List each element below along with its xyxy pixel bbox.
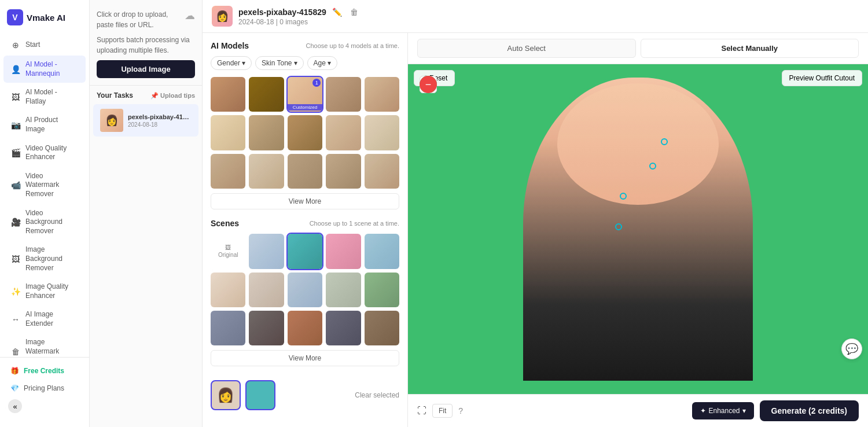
help-button[interactable]: ? xyxy=(458,406,463,415)
dot-marker-1[interactable] xyxy=(649,163,656,170)
upload-tips-button[interactable]: 📌 Upload tips xyxy=(150,92,195,100)
image-extender-icon: ↔ xyxy=(10,314,21,325)
dot-marker-2[interactable] xyxy=(620,193,627,200)
scene-cell-7[interactable] xyxy=(249,273,284,307)
model-cell-15[interactable] xyxy=(365,154,399,189)
delete-file-button[interactable]: 🗑 xyxy=(348,6,361,18)
sidebar-item-video-background-remover[interactable]: 🎥 Video Background Remover xyxy=(3,204,86,241)
sidebar-item-mannequin-label: AI Model - Mannequin xyxy=(25,60,79,78)
sidebar-item-image-watermark-remover[interactable]: 🗑 Image Watermark Remover xyxy=(3,333,86,357)
scene-cell-original[interactable]: 🖼 Original xyxy=(211,234,245,268)
remove-point-button[interactable]: − xyxy=(420,76,437,93)
select-manually-button[interactable]: Select Manually xyxy=(641,39,859,58)
skin-tone-filter-label: Skin Tone xyxy=(262,59,292,67)
your-tasks-label: Your Tasks xyxy=(97,91,133,100)
sidebar-collapse-button[interactable]: « xyxy=(8,399,22,413)
fullscreen-button[interactable]: ⛶ xyxy=(417,406,426,416)
gender-filter-button[interactable]: Gender ▾ xyxy=(211,56,252,70)
free-credits-label: Free Credits xyxy=(24,367,64,375)
model-cell-4[interactable] xyxy=(326,77,361,112)
sidebar-item-ai-image-extender[interactable]: ↔ AI Image Extender xyxy=(3,305,86,333)
generate-button[interactable]: Generate (2 credits) xyxy=(760,400,859,421)
selected-model-thumb[interactable]: 👩 xyxy=(211,380,241,410)
sidebar-item-aie-label: AI Image Extender xyxy=(25,310,79,328)
enhanced-label: Enhanced xyxy=(708,407,740,415)
scene-cell-13[interactable] xyxy=(288,311,322,345)
customized-badge: Customized xyxy=(288,104,322,111)
sidebar-item-ai-product-image[interactable]: 📷 AI Product Image xyxy=(3,111,86,138)
model-cell-13[interactable] xyxy=(288,154,322,189)
edit-filename-button[interactable]: ✏️ xyxy=(330,6,344,18)
sidebar-item-video-quality-enhancer[interactable]: 🎬 Video Quality Enhancer xyxy=(3,139,86,167)
model-cell-11[interactable] xyxy=(211,154,245,189)
fit-button[interactable]: Fit xyxy=(432,404,453,418)
upload-drop-zone[interactable]: Click or drop to upload, paste files or … xyxy=(90,0,202,86)
skin-tone-chevron-icon: ▾ xyxy=(294,59,297,67)
model-cell-5[interactable] xyxy=(365,77,399,112)
flatlay-icon: 🖼 xyxy=(10,92,21,102)
scenes-title: Scenes xyxy=(211,219,239,228)
outfit-cutout-container: Preview Outfit Cutout xyxy=(782,70,862,86)
scene-cell-9[interactable] xyxy=(326,273,361,307)
logo: V Vmake AI xyxy=(0,7,89,35)
sidebar: V Vmake AI ⊕ Start 👤 AI Model - Mannequi… xyxy=(0,0,90,427)
model-cell-10[interactable] xyxy=(365,115,399,150)
scene-cell-12[interactable] xyxy=(249,311,284,345)
model-cell-14[interactable] xyxy=(326,154,361,189)
upload-drop-text: Click or drop to upload, paste files or … xyxy=(97,9,182,30)
file-images-count: 0 images xyxy=(279,18,308,26)
sidebar-item-image-quality-enhancer[interactable]: ✨ Image Quality Enhancer xyxy=(3,278,86,305)
model-cell-7[interactable] xyxy=(249,115,284,150)
model-cell-3[interactable]: 1 Customized xyxy=(288,77,322,112)
age-chevron-icon: ▾ xyxy=(328,59,331,67)
content-area: AI Models Choose up to 4 models at a tim… xyxy=(203,33,868,427)
model-grid: 1 Customized xyxy=(211,77,399,189)
scene-cell-6[interactable] xyxy=(211,273,245,307)
gender-chevron-icon: ▾ xyxy=(242,59,245,67)
clear-selected-button[interactable]: Clear selected xyxy=(355,391,399,399)
scene-cell-5[interactable] xyxy=(365,234,399,268)
skin-tone-filter-button[interactable]: Skin Tone ▾ xyxy=(255,56,303,70)
model-cell-1[interactable] xyxy=(211,77,245,112)
filter-row: Gender ▾ Skin Tone ▾ Age ▾ xyxy=(211,56,399,70)
selected-thumbnails-row: 👩 Clear selected xyxy=(211,376,399,410)
outfit-cutout-button[interactable]: Preview Outfit Cutout xyxy=(782,70,862,86)
sidebar-item-pricing-plans[interactable]: 💎 Pricing Plans xyxy=(3,380,86,397)
start-icon: ⊕ xyxy=(10,40,21,50)
sidebar-item-iwr-label: Image Watermark Remover xyxy=(25,338,79,357)
model-cell-6[interactable] xyxy=(211,115,245,150)
scene-cell-3[interactable] xyxy=(288,234,322,268)
sidebar-item-video-watermark-remover[interactable]: 📹 Video Watermark Remover xyxy=(3,167,86,204)
scenes-section-header: Scenes Choose up to 1 scene at a time. xyxy=(211,219,399,228)
scene-cell-2[interactable] xyxy=(249,234,284,268)
upload-image-button[interactable]: Upload Image xyxy=(97,60,195,78)
scene-cell-10[interactable] xyxy=(365,273,399,307)
model-cell-8[interactable] xyxy=(288,115,322,150)
scene-cell-4[interactable] xyxy=(326,234,361,268)
model-cell-9[interactable] xyxy=(326,115,361,150)
scene-cell-11[interactable] xyxy=(211,311,245,345)
model-cell-2[interactable] xyxy=(249,77,284,112)
dot-marker-4[interactable] xyxy=(661,138,668,145)
chat-icon-button[interactable]: 💬 xyxy=(841,338,862,359)
view-more-models-button[interactable]: View More xyxy=(211,193,399,209)
file-name: pexels-pixabay-415829 xyxy=(238,8,326,17)
sidebar-item-start[interactable]: ⊕ Start xyxy=(3,35,86,55)
dot-marker-3[interactable] xyxy=(615,223,622,230)
auto-select-button[interactable]: Auto Select xyxy=(417,39,636,58)
selected-scene-thumb[interactable] xyxy=(245,380,275,410)
sidebar-item-free-credits[interactable]: 🎁 Free Credits xyxy=(3,362,86,380)
sidebar-item-image-background-remover[interactable]: 🖼 Image Background Remover xyxy=(3,241,86,277)
enhanced-button[interactable]: ✦ Enhanced ▾ xyxy=(692,402,753,419)
sidebar-item-ai-model-flatlay[interactable]: 🖼 AI Model - Flatlay xyxy=(3,83,86,111)
scene-cell-15[interactable] xyxy=(365,311,399,345)
scene-cell-14[interactable] xyxy=(326,311,361,345)
model-cell-12[interactable] xyxy=(249,154,284,189)
scene-cell-8[interactable] xyxy=(288,273,322,307)
age-filter-button[interactable]: Age ▾ xyxy=(307,56,337,70)
scenes-hint: Choose up to 1 scene at a time. xyxy=(310,220,399,227)
file-meta: 2024-08-18 | 0 images xyxy=(238,18,361,26)
task-list-item[interactable]: 👩 pexels-pixabay-4158 29 2024-08-18 xyxy=(93,104,198,137)
sidebar-item-ai-model-mannequin[interactable]: 👤 AI Model - Mannequin xyxy=(3,56,86,83)
view-more-scenes-button[interactable]: View More xyxy=(211,350,399,366)
